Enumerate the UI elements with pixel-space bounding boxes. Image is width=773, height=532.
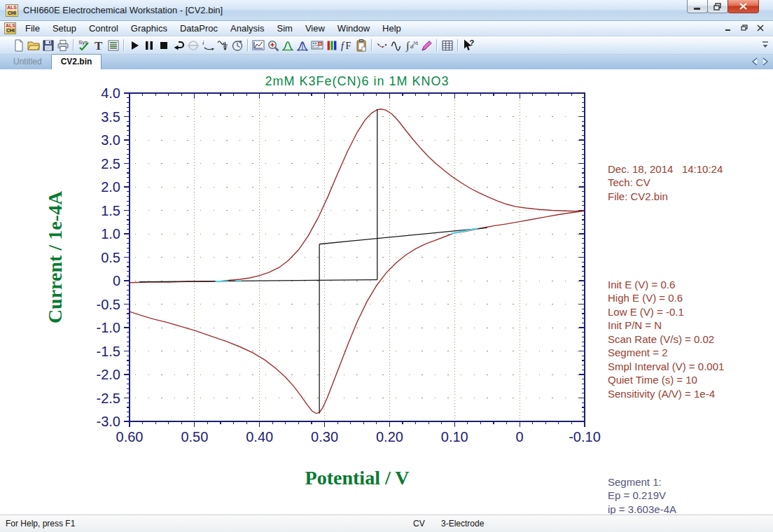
integrate-icon[interactable]: ∫d½ (404, 38, 419, 52)
tab-scroll-left-icon[interactable] (751, 57, 758, 66)
x-tick-label: 0.60 (116, 429, 144, 444)
close-button[interactable] (727, 0, 759, 13)
present-data-icon[interactable] (251, 38, 265, 52)
y-tick-label: -1.0 (97, 320, 120, 335)
y-tick-label: 1.5 (101, 203, 120, 218)
x-tick-label: 0.10 (441, 429, 468, 444)
toolbar-separator (457, 39, 458, 51)
svg-text:½: ½ (414, 40, 419, 46)
tab-cv2-bin[interactable]: CV2.bin (51, 54, 102, 69)
save-icon[interactable] (41, 38, 55, 52)
filter-icon[interactable] (215, 38, 230, 52)
menu-item[interactable]: Sim (271, 22, 299, 35)
menu-item[interactable]: Control (83, 22, 125, 35)
tab-untitled[interactable]: Untitled (4, 55, 51, 69)
mdi-document-icon: ALSCHI (4, 22, 16, 34)
toolbar-overflow-icon[interactable] (761, 40, 769, 52)
x-axis-label: Potential / V (305, 467, 410, 489)
status-help-text: For Help, press F1 (6, 519, 75, 528)
y-axis-label: Current / 1e-4A (44, 190, 66, 323)
toolbar-separator (73, 39, 74, 51)
y-tick-label: 3.5 (101, 109, 120, 125)
annotate-pen-icon[interactable] (419, 38, 433, 52)
minimize-button[interactable] (687, 0, 708, 13)
toolbar: Sys T i fF ∫d½ ? (0, 36, 773, 55)
curve-segment-2-reverse (130, 211, 585, 413)
parameters-list-icon[interactable] (106, 38, 120, 52)
rotation-rate-icon[interactable] (230, 38, 244, 52)
y-tick-label: 3.0 (101, 132, 120, 148)
mdi-minimize-icon[interactable] (723, 23, 734, 33)
info-line: Segment = 2 (608, 346, 724, 360)
y-tick-label: 4.0 (101, 85, 120, 101)
plot-client-area: 0.600.500.400.300.200.100-0.104.03.53.02… (0, 69, 773, 514)
system-setup-icon[interactable]: Sys (76, 38, 91, 52)
y-tick-label: -2.0 (97, 367, 120, 382)
plot-title: 2mM K3Fe(CN)6 in 1M KNO3 (265, 74, 449, 88)
stop-icon[interactable] (156, 38, 171, 52)
menu-item[interactable]: DataProc (174, 22, 224, 35)
x-tick-label: 0 (516, 429, 524, 444)
monitor-panel-icon[interactable] (309, 38, 324, 52)
menu-item[interactable]: Help (376, 22, 408, 35)
mdi-restore-icon[interactable] (739, 23, 750, 33)
menu-item[interactable]: File (19, 22, 46, 35)
menu-item[interactable]: Setup (46, 22, 83, 35)
y-tick-label: 0 (113, 273, 120, 288)
current-decay-icon[interactable]: i (200, 38, 215, 52)
experiment-info-panel: Dec. 18, 2014 14:10:24Tech: CVFile: CV2.… (608, 94, 724, 532)
document-tab-bar: Untitled CV2.bin (0, 55, 773, 69)
run-icon[interactable] (127, 38, 141, 52)
menu-item[interactable]: View (299, 22, 331, 35)
info-line: Tech: CV (608, 176, 724, 190)
x-tick-label: 0.30 (311, 429, 338, 444)
mdi-close-icon[interactable] (755, 23, 766, 33)
result-line: Segment 1: (608, 475, 724, 489)
menu-item[interactable]: Analysis (224, 22, 270, 35)
context-help-icon[interactable]: ? (461, 38, 475, 52)
menu-item[interactable]: Window (331, 22, 376, 35)
reverse-scan-icon[interactable] (171, 38, 186, 52)
new-file-icon[interactable] (11, 38, 26, 52)
zoom-in-icon[interactable] (265, 38, 280, 52)
info-line: Sensitivity (A/V) = 1e-4 (608, 387, 724, 401)
svg-text:i: i (202, 39, 204, 46)
file-header-block: Dec. 18, 2014 14:10:24Tech: CVFile: CV2.… (608, 121, 724, 203)
text-font-icon[interactable]: T (91, 38, 106, 52)
pause-icon[interactable] (141, 38, 156, 52)
font-settings-icon[interactable]: fF (339, 38, 354, 52)
experiment-parameters-block: Init E (V) = 0.6High E (V) = 0.6Low E (V… (608, 237, 724, 400)
y-tick-label: -1.5 (97, 344, 120, 359)
menu-item[interactable]: Graphics (125, 22, 174, 35)
cell-control-icon[interactable] (186, 38, 200, 52)
toolbar-separator (247, 39, 248, 51)
info-line: Quiet Time (s) = 10 (608, 373, 724, 387)
y-tick-label: 1.0 (101, 226, 120, 241)
color-settings-icon[interactable] (324, 38, 339, 52)
svg-text:f: f (341, 41, 345, 51)
menu-bar: ALSCHI FileSetupControlGraphicsDataProcA… (0, 21, 773, 36)
app-window: ALS CHI CHI660E Electrochemical Workstat… (0, 0, 773, 532)
peak-shape-icon[interactable] (280, 38, 295, 52)
print-icon[interactable] (55, 38, 70, 52)
svg-text:∫: ∫ (405, 40, 410, 52)
toolbar-separator (436, 39, 437, 51)
window-title: CHI660E Electrochemical Workstation - [C… (23, 5, 223, 15)
open-file-icon[interactable] (26, 38, 41, 52)
derivative-icon[interactable] (389, 38, 404, 52)
info-line: Smpl Interval (V) = 0.001 (608, 360, 724, 374)
curve-segment-1-forward (130, 109, 585, 283)
copy-clipboard-icon[interactable] (354, 38, 368, 52)
y-tick-label: 0.5 (101, 250, 120, 265)
peak-definition-icon[interactable] (295, 38, 309, 52)
toolbar-separator (371, 39, 372, 51)
data-list-icon[interactable] (440, 38, 454, 52)
restore-button[interactable] (707, 0, 728, 13)
x-tick-label: 0.20 (376, 429, 403, 444)
app-logo-icon: ALS CHI (6, 4, 18, 17)
info-line: Init E (V) = 0.6 (608, 278, 724, 292)
tab-scroll-right-icon[interactable] (762, 57, 769, 66)
smooth-icon[interactable] (375, 38, 389, 52)
x-tick-label: 0.50 (181, 429, 208, 444)
reverse-baseline (319, 227, 487, 244)
